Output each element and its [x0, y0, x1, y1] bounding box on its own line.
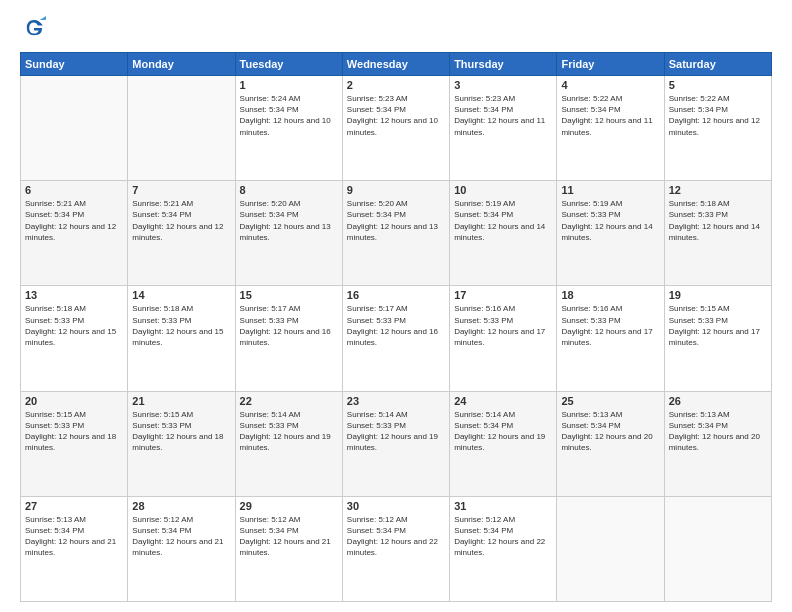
calendar-cell: 1Sunrise: 5:24 AM Sunset: 5:34 PM Daylig…: [235, 76, 342, 181]
calendar-cell: [664, 496, 771, 601]
day-info: Sunrise: 5:15 AM Sunset: 5:33 PM Dayligh…: [132, 409, 230, 454]
weekday-header-sunday: Sunday: [21, 53, 128, 76]
weekday-header-friday: Friday: [557, 53, 664, 76]
day-info: Sunrise: 5:13 AM Sunset: 5:34 PM Dayligh…: [669, 409, 767, 454]
calendar-cell: 6Sunrise: 5:21 AM Sunset: 5:34 PM Daylig…: [21, 181, 128, 286]
day-info: Sunrise: 5:19 AM Sunset: 5:34 PM Dayligh…: [454, 198, 552, 243]
day-number: 19: [669, 289, 767, 301]
calendar-week-3: 13Sunrise: 5:18 AM Sunset: 5:33 PM Dayli…: [21, 286, 772, 391]
calendar-cell: 24Sunrise: 5:14 AM Sunset: 5:34 PM Dayli…: [450, 391, 557, 496]
calendar-cell: [557, 496, 664, 601]
day-number: 18: [561, 289, 659, 301]
calendar-cell: [128, 76, 235, 181]
day-info: Sunrise: 5:23 AM Sunset: 5:34 PM Dayligh…: [347, 93, 445, 138]
weekday-header-saturday: Saturday: [664, 53, 771, 76]
day-info: Sunrise: 5:12 AM Sunset: 5:34 PM Dayligh…: [347, 514, 445, 559]
day-info: Sunrise: 5:13 AM Sunset: 5:34 PM Dayligh…: [25, 514, 123, 559]
calendar-cell: 29Sunrise: 5:12 AM Sunset: 5:34 PM Dayli…: [235, 496, 342, 601]
calendar-cell: 8Sunrise: 5:20 AM Sunset: 5:34 PM Daylig…: [235, 181, 342, 286]
day-info: Sunrise: 5:22 AM Sunset: 5:34 PM Dayligh…: [561, 93, 659, 138]
calendar-cell: 14Sunrise: 5:18 AM Sunset: 5:33 PM Dayli…: [128, 286, 235, 391]
day-number: 20: [25, 395, 123, 407]
day-number: 27: [25, 500, 123, 512]
calendar-week-1: 1Sunrise: 5:24 AM Sunset: 5:34 PM Daylig…: [21, 76, 772, 181]
day-number: 11: [561, 184, 659, 196]
calendar-cell: 23Sunrise: 5:14 AM Sunset: 5:33 PM Dayli…: [342, 391, 449, 496]
day-number: 4: [561, 79, 659, 91]
day-number: 29: [240, 500, 338, 512]
calendar-cell: 15Sunrise: 5:17 AM Sunset: 5:33 PM Dayli…: [235, 286, 342, 391]
calendar-week-2: 6Sunrise: 5:21 AM Sunset: 5:34 PM Daylig…: [21, 181, 772, 286]
day-number: 15: [240, 289, 338, 301]
day-info: Sunrise: 5:16 AM Sunset: 5:33 PM Dayligh…: [561, 303, 659, 348]
day-number: 3: [454, 79, 552, 91]
logo: [20, 16, 48, 44]
calendar-cell: 20Sunrise: 5:15 AM Sunset: 5:33 PM Dayli…: [21, 391, 128, 496]
weekday-header-row: SundayMondayTuesdayWednesdayThursdayFrid…: [21, 53, 772, 76]
calendar-cell: 27Sunrise: 5:13 AM Sunset: 5:34 PM Dayli…: [21, 496, 128, 601]
day-number: 13: [25, 289, 123, 301]
day-number: 8: [240, 184, 338, 196]
day-number: 26: [669, 395, 767, 407]
day-number: 12: [669, 184, 767, 196]
day-info: Sunrise: 5:20 AM Sunset: 5:34 PM Dayligh…: [347, 198, 445, 243]
calendar-cell: 30Sunrise: 5:12 AM Sunset: 5:34 PM Dayli…: [342, 496, 449, 601]
day-number: 17: [454, 289, 552, 301]
day-number: 9: [347, 184, 445, 196]
logo-icon: [22, 16, 46, 40]
day-info: Sunrise: 5:24 AM Sunset: 5:34 PM Dayligh…: [240, 93, 338, 138]
calendar-cell: 28Sunrise: 5:12 AM Sunset: 5:34 PM Dayli…: [128, 496, 235, 601]
calendar-cell: 12Sunrise: 5:18 AM Sunset: 5:33 PM Dayli…: [664, 181, 771, 286]
calendar-week-4: 20Sunrise: 5:15 AM Sunset: 5:33 PM Dayli…: [21, 391, 772, 496]
calendar-cell: [21, 76, 128, 181]
day-number: 28: [132, 500, 230, 512]
day-number: 24: [454, 395, 552, 407]
day-number: 2: [347, 79, 445, 91]
day-info: Sunrise: 5:17 AM Sunset: 5:33 PM Dayligh…: [240, 303, 338, 348]
day-number: 1: [240, 79, 338, 91]
calendar-cell: 13Sunrise: 5:18 AM Sunset: 5:33 PM Dayli…: [21, 286, 128, 391]
day-number: 22: [240, 395, 338, 407]
day-info: Sunrise: 5:18 AM Sunset: 5:33 PM Dayligh…: [25, 303, 123, 348]
calendar-cell: 3Sunrise: 5:23 AM Sunset: 5:34 PM Daylig…: [450, 76, 557, 181]
day-info: Sunrise: 5:15 AM Sunset: 5:33 PM Dayligh…: [669, 303, 767, 348]
day-info: Sunrise: 5:16 AM Sunset: 5:33 PM Dayligh…: [454, 303, 552, 348]
day-number: 23: [347, 395, 445, 407]
day-info: Sunrise: 5:17 AM Sunset: 5:33 PM Dayligh…: [347, 303, 445, 348]
calendar-cell: 18Sunrise: 5:16 AM Sunset: 5:33 PM Dayli…: [557, 286, 664, 391]
day-number: 5: [669, 79, 767, 91]
day-info: Sunrise: 5:21 AM Sunset: 5:34 PM Dayligh…: [25, 198, 123, 243]
calendar-cell: 11Sunrise: 5:19 AM Sunset: 5:33 PM Dayli…: [557, 181, 664, 286]
calendar-cell: 17Sunrise: 5:16 AM Sunset: 5:33 PM Dayli…: [450, 286, 557, 391]
day-info: Sunrise: 5:22 AM Sunset: 5:34 PM Dayligh…: [669, 93, 767, 138]
page: SundayMondayTuesdayWednesdayThursdayFrid…: [0, 0, 792, 612]
day-number: 16: [347, 289, 445, 301]
calendar-cell: 25Sunrise: 5:13 AM Sunset: 5:34 PM Dayli…: [557, 391, 664, 496]
header: [20, 16, 772, 44]
day-number: 31: [454, 500, 552, 512]
day-info: Sunrise: 5:21 AM Sunset: 5:34 PM Dayligh…: [132, 198, 230, 243]
day-info: Sunrise: 5:18 AM Sunset: 5:33 PM Dayligh…: [132, 303, 230, 348]
day-number: 21: [132, 395, 230, 407]
calendar-cell: 16Sunrise: 5:17 AM Sunset: 5:33 PM Dayli…: [342, 286, 449, 391]
day-info: Sunrise: 5:20 AM Sunset: 5:34 PM Dayligh…: [240, 198, 338, 243]
day-info: Sunrise: 5:18 AM Sunset: 5:33 PM Dayligh…: [669, 198, 767, 243]
calendar-body: 1Sunrise: 5:24 AM Sunset: 5:34 PM Daylig…: [21, 76, 772, 602]
calendar-cell: 22Sunrise: 5:14 AM Sunset: 5:33 PM Dayli…: [235, 391, 342, 496]
day-number: 25: [561, 395, 659, 407]
day-info: Sunrise: 5:19 AM Sunset: 5:33 PM Dayligh…: [561, 198, 659, 243]
weekday-header-wednesday: Wednesday: [342, 53, 449, 76]
day-number: 14: [132, 289, 230, 301]
calendar-week-5: 27Sunrise: 5:13 AM Sunset: 5:34 PM Dayli…: [21, 496, 772, 601]
day-info: Sunrise: 5:12 AM Sunset: 5:34 PM Dayligh…: [240, 514, 338, 559]
day-info: Sunrise: 5:14 AM Sunset: 5:33 PM Dayligh…: [240, 409, 338, 454]
calendar-cell: 4Sunrise: 5:22 AM Sunset: 5:34 PM Daylig…: [557, 76, 664, 181]
day-info: Sunrise: 5:23 AM Sunset: 5:34 PM Dayligh…: [454, 93, 552, 138]
calendar-cell: 26Sunrise: 5:13 AM Sunset: 5:34 PM Dayli…: [664, 391, 771, 496]
day-number: 6: [25, 184, 123, 196]
calendar-cell: 2Sunrise: 5:23 AM Sunset: 5:34 PM Daylig…: [342, 76, 449, 181]
calendar-cell: 7Sunrise: 5:21 AM Sunset: 5:34 PM Daylig…: [128, 181, 235, 286]
day-info: Sunrise: 5:14 AM Sunset: 5:33 PM Dayligh…: [347, 409, 445, 454]
calendar-cell: 5Sunrise: 5:22 AM Sunset: 5:34 PM Daylig…: [664, 76, 771, 181]
day-number: 10: [454, 184, 552, 196]
